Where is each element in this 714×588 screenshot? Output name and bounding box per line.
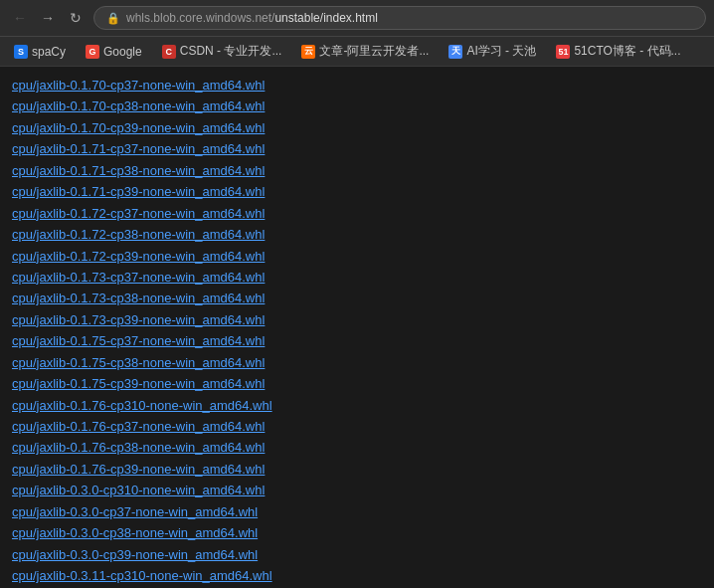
url-display: whls.blob.core.windows.net/unstable/inde…: [126, 11, 378, 25]
list-item[interactable]: cpu/jaxlib-0.1.75-cp39-none-win_amd64.wh…: [12, 373, 702, 394]
bookmark-label-aliyun: 文章-阿里云开发者...: [319, 43, 429, 60]
list-item[interactable]: cpu/jaxlib-0.1.72-cp39-none-win_amd64.wh…: [12, 246, 702, 267]
nav-buttons: ← → ↻: [8, 6, 88, 30]
list-item[interactable]: cpu/jaxlib-0.3.0-cp39-none-win_amd64.whl: [12, 544, 702, 565]
address-bar[interactable]: 🔒 whls.blob.core.windows.net/unstable/in…: [93, 6, 706, 30]
url-prefix: whls.blob.core.windows.net/: [126, 11, 274, 25]
page-content: cpu/jaxlib-0.1.70-cp37-none-win_amd64.wh…: [0, 67, 714, 588]
list-item[interactable]: cpu/jaxlib-0.3.11-cp310-none-win_amd64.w…: [12, 565, 702, 586]
list-item[interactable]: cpu/jaxlib-0.3.0-cp310-none-win_amd64.wh…: [12, 480, 702, 500]
lock-icon: 🔒: [106, 12, 120, 25]
url-path: unstable/index.html: [274, 11, 377, 25]
favicon-csdn: C: [162, 45, 176, 59]
bookmark-label-tianchi: AI学习 - 天池: [466, 43, 536, 60]
list-item[interactable]: cpu/jaxlib-0.1.70-cp37-none-win_amd64.wh…: [12, 75, 702, 96]
bookmark-spacy[interactable]: S spaCy: [8, 43, 72, 61]
bookmark-tianchi[interactable]: 天 AI学习 - 天池: [443, 41, 542, 62]
list-item[interactable]: cpu/jaxlib-0.1.73-cp38-none-win_amd64.wh…: [12, 288, 702, 308]
favicon-51cto: 51: [556, 45, 570, 59]
list-item[interactable]: cpu/jaxlib-0.1.76-cp310-none-win_amd64.w…: [12, 395, 702, 416]
list-item[interactable]: cpu/jaxlib-0.1.76-cp37-none-win_amd64.wh…: [12, 416, 702, 437]
list-item[interactable]: cpu/jaxlib-0.1.75-cp37-none-win_amd64.wh…: [12, 330, 702, 351]
bookmark-label-51cto: 51CTO博客 - 代码...: [574, 43, 680, 60]
bookmark-label-google: Google: [103, 45, 142, 59]
browser-chrome: ← → ↻ 🔒 whls.blob.core.windows.net/unsta…: [0, 0, 714, 67]
list-item[interactable]: cpu/jaxlib-0.1.76-cp39-none-win_amd64.wh…: [12, 459, 702, 480]
favicon-tianchi: 天: [448, 45, 462, 59]
links-list: cpu/jaxlib-0.1.70-cp37-none-win_amd64.wh…: [12, 75, 702, 588]
list-item[interactable]: cpu/jaxlib-0.1.72-cp37-none-win_amd64.wh…: [12, 203, 702, 224]
bookmarks-bar: S spaCy G Google C CSDN - 专业开发... 云 文章-阿…: [0, 37, 714, 67]
bookmark-google[interactable]: G Google: [80, 43, 148, 61]
list-item[interactable]: cpu/jaxlib-0.1.75-cp38-none-win_amd64.wh…: [12, 352, 702, 373]
list-item[interactable]: cpu/jaxlib-0.1.76-cp38-none-win_amd64.wh…: [12, 437, 702, 458]
bookmark-aliyun[interactable]: 云 文章-阿里云开发者...: [295, 41, 435, 62]
bookmark-label-csdn: CSDN - 专业开发...: [180, 43, 282, 60]
back-button[interactable]: ←: [8, 6, 32, 30]
browser-toolbar: ← → ↻ 🔒 whls.blob.core.windows.net/unsta…: [0, 0, 714, 37]
list-item[interactable]: cpu/jaxlib-0.1.73-cp37-none-win_amd64.wh…: [12, 267, 702, 288]
list-item[interactable]: cpu/jaxlib-0.1.70-cp38-none-win_amd64.wh…: [12, 96, 702, 116]
bookmark-51cto[interactable]: 51 51CTO博客 - 代码...: [550, 41, 686, 62]
list-item[interactable]: cpu/jaxlib-0.3.0-cp38-none-win_amd64.whl: [12, 522, 702, 543]
favicon-google: G: [86, 45, 99, 59]
refresh-button[interactable]: ↻: [64, 6, 88, 30]
list-item[interactable]: cpu/jaxlib-0.1.70-cp39-none-win_amd64.wh…: [12, 117, 702, 138]
favicon-spacy: S: [14, 45, 28, 59]
favicon-aliyun: 云: [301, 45, 315, 59]
bookmark-label-spacy: spaCy: [32, 45, 66, 59]
list-item[interactable]: cpu/jaxlib-0.1.71-cp37-none-win_amd64.wh…: [12, 138, 702, 159]
list-item[interactable]: cpu/jaxlib-0.1.73-cp39-none-win_amd64.wh…: [12, 309, 702, 330]
forward-button[interactable]: →: [36, 6, 60, 30]
list-item[interactable]: cpu/jaxlib-0.1.71-cp38-none-win_amd64.wh…: [12, 160, 702, 181]
list-item[interactable]: cpu/jaxlib-0.3.0-cp37-none-win_amd64.whl: [12, 501, 702, 522]
bookmark-csdn[interactable]: C CSDN - 专业开发...: [156, 41, 288, 62]
list-item[interactable]: cpu/jaxlib-0.1.72-cp38-none-win_amd64.wh…: [12, 224, 702, 245]
list-item[interactable]: cpu/jaxlib-0.1.71-cp39-none-win_amd64.wh…: [12, 181, 702, 202]
